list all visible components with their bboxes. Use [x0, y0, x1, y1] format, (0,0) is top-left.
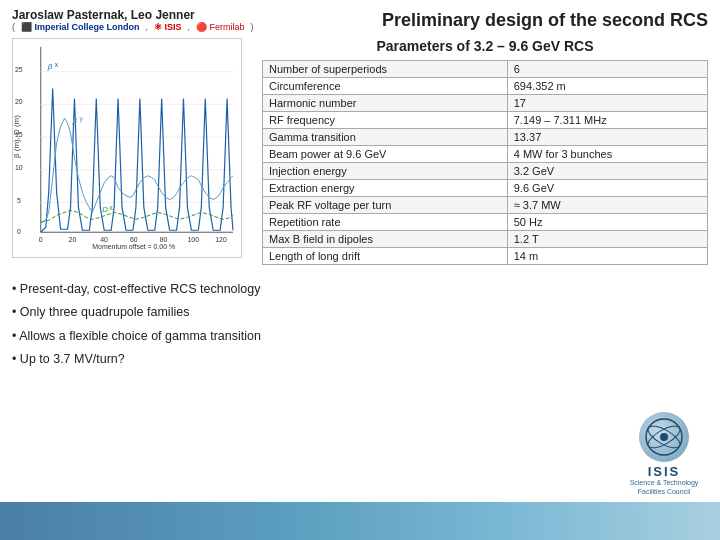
param-label: Peak RF voltage per turn — [263, 197, 508, 214]
svg-text:60: 60 — [130, 236, 138, 243]
param-label: Injection energy — [263, 163, 508, 180]
bullet-item: • Present-day, cost-effective RCS techno… — [12, 279, 708, 300]
param-label: Beam power at 9.6 GeV — [263, 146, 508, 163]
svg-text:25: 25 — [15, 66, 23, 73]
svg-text:0: 0 — [17, 228, 21, 235]
param-label: Length of long drift — [263, 248, 508, 265]
table-row: Max B field in dipoles1.2 T — [263, 231, 708, 248]
param-label: Max B field in dipoles — [263, 231, 508, 248]
table-row: Beam power at 9.6 GeV4 MW for 3 bunches — [263, 146, 708, 163]
param-value: 14 m — [507, 248, 707, 265]
param-value: 6 — [507, 61, 707, 78]
table-row: Length of long drift14 m — [263, 248, 708, 265]
close-paren: ) — [251, 22, 254, 32]
table-row: Circumference694.352 m — [263, 78, 708, 95]
slide-title: Preliminary design of the second RCS — [382, 8, 708, 31]
svg-text:D: D — [102, 205, 108, 214]
param-value: 17 — [507, 95, 707, 112]
svg-text:10: 10 — [15, 164, 23, 171]
comma1: , — [146, 22, 149, 32]
chart-area: β (m), D (m) Momentum offset = 0.00 % 0 … — [12, 38, 252, 265]
header-left: Jaroslaw Pasternak, Leo Jenner ( ⬛ Imper… — [12, 8, 254, 32]
main-content: β (m), D (m) Momentum offset = 0.00 % 0 … — [0, 38, 720, 265]
isis-logo-area: ISIS Science & Technology Facilities Cou… — [624, 412, 704, 496]
table-row: Number of superperiods6 — [263, 61, 708, 78]
svg-text:0: 0 — [39, 236, 43, 243]
bullet-item: • Allows a flexible choice of gamma tran… — [12, 326, 708, 347]
param-value: 3.2 GeV — [507, 163, 707, 180]
svg-text:40: 40 — [100, 236, 108, 243]
affiliations: ( ⬛ Imperial College London , ⚛ ISIS , 🔴… — [12, 22, 254, 32]
table-row: Injection energy3.2 GeV — [263, 163, 708, 180]
svg-point-31 — [660, 433, 668, 441]
svg-text:15: 15 — [15, 131, 23, 138]
param-value: 1.2 T — [507, 231, 707, 248]
table-row: Gamma transition13.37 — [263, 129, 708, 146]
table-row: Harmonic number17 — [263, 95, 708, 112]
svg-text:x: x — [109, 204, 113, 211]
param-value: ≈ 3.7 MW — [507, 197, 707, 214]
svg-text:20: 20 — [15, 98, 23, 105]
param-label: Circumference — [263, 78, 508, 95]
bullet-item: • Only three quadrupole families — [12, 302, 708, 323]
header: Jaroslaw Pasternak, Leo Jenner ( ⬛ Imper… — [0, 0, 720, 36]
table-row: Extraction energy9.6 GeV — [263, 180, 708, 197]
table-row: RF frequency7.149 – 7.311 MHz — [263, 112, 708, 129]
table-row: Peak RF voltage per turn≈ 3.7 MW — [263, 197, 708, 214]
table-row: Repetition rate50 Hz — [263, 214, 708, 231]
param-label: Harmonic number — [263, 95, 508, 112]
comma2: , — [188, 22, 191, 32]
svg-text:20: 20 — [69, 236, 77, 243]
fermilab-logo: 🔴 Fermilab — [196, 22, 245, 32]
svg-text:y: y — [79, 115, 83, 123]
param-value: 13.37 — [507, 129, 707, 146]
svg-text:120: 120 — [215, 236, 227, 243]
author-names: Jaroslaw Pasternak, Leo Jenner — [12, 8, 254, 22]
param-value: 50 Hz — [507, 214, 707, 231]
bullets-section: • Present-day, cost-effective RCS techno… — [0, 279, 720, 370]
isis-affil-logo: ⚛ ISIS — [154, 22, 182, 32]
svg-text:x: x — [55, 61, 59, 68]
param-label: Extraction energy — [263, 180, 508, 197]
svg-text:β: β — [47, 62, 53, 71]
param-value: 7.149 – 7.311 MHz — [507, 112, 707, 129]
svg-text:Momentum offset = 0.00 %: Momentum offset = 0.00 % — [92, 243, 175, 250]
svg-text:β: β — [72, 116, 78, 125]
param-label: Gamma transition — [263, 129, 508, 146]
params-table: Number of superperiods6Circumference694.… — [262, 60, 708, 265]
affiliation-text: ( — [12, 22, 15, 32]
svg-text:80: 80 — [160, 236, 168, 243]
isis-subtitle: Science & Technology Facilities Council — [624, 479, 704, 496]
isis-circle-icon — [639, 412, 689, 462]
param-value: 4 MW for 3 bunches — [507, 146, 707, 163]
params-area: Parameters of 3.2 – 9.6 GeV RCS Number o… — [262, 38, 708, 265]
imperial-logo: ⬛ Imperial College London — [21, 22, 140, 32]
svg-text:5: 5 — [17, 197, 21, 204]
beta-function-chart: β (m), D (m) Momentum offset = 0.00 % 0 … — [12, 38, 242, 258]
bullet-item: • Up to 3.7 MV/turn? — [12, 349, 708, 370]
isis-label: ISIS — [648, 464, 681, 479]
bottom-bar — [0, 502, 720, 540]
param-label: Number of superperiods — [263, 61, 508, 78]
param-label: RF frequency — [263, 112, 508, 129]
svg-text:100: 100 — [187, 236, 199, 243]
param-value: 694.352 m — [507, 78, 707, 95]
param-label: Repetition rate — [263, 214, 508, 231]
params-title: Parameters of 3.2 – 9.6 GeV RCS — [262, 38, 708, 54]
param-value: 9.6 GeV — [507, 180, 707, 197]
